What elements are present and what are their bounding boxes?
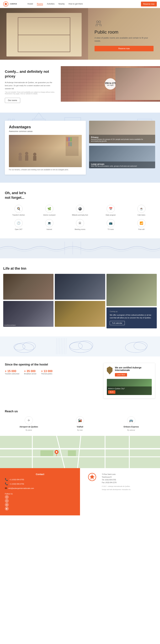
stat-parties-number: + 13 000 [41, 370, 53, 373]
life-image-1 [3, 274, 54, 300]
amenity-billiards: 🎱 Billiards and baby-foot [66, 205, 94, 216]
nav-cta-button[interactable]: Reserve now [141, 2, 157, 6]
full-calendar-button[interactable]: Full calendar [110, 321, 125, 325]
twitter-button[interactable]: t [5, 499, 9, 503]
footer-contact: Contact 📞 +1 (418) 694-0755 📞 +1 (418) 6… [0, 468, 80, 516]
svg-marker-9 [34, 113, 44, 119]
facebook-button[interactable]: f [5, 495, 9, 499]
large-groups-label: Large groups With 296 accommodation unit… [89, 162, 155, 168]
reach-airport-sub: By plane [26, 429, 32, 431]
internet-icon: 💻 [45, 219, 53, 227]
footer-phone1: +1 (418) 694-0755 [9, 478, 24, 480]
common-area-image [9, 135, 82, 167]
youtube-button[interactable]: ▶ [5, 507, 9, 510]
linkedin-button[interactable]: in [5, 503, 9, 507]
amenity-daily-program: 📅 Daily program [97, 205, 124, 216]
svg-rect-52 [40, 450, 53, 456]
svg-rect-53 [68, 450, 76, 456]
svg-point-31 [14, 344, 25, 350]
wavy-divider [0, 238, 160, 258]
stat-breakfasts: + 35 000 Breakfast served [24, 370, 36, 375]
footer-info-area: 74 Rue Saint-Louis Townhouse B Tél: (418… [80, 468, 160, 516]
svg-rect-14 [19, 156, 22, 161]
public-room-icon [95, 20, 103, 28]
nav-how[interactable]: How to get there [69, 3, 83, 5]
svg-point-29 [15, 343, 34, 352]
svg-rect-21 [68, 137, 70, 141]
advantages-side-cards: Privacy Assured privacy for groups of 10… [89, 121, 155, 174]
svg-rect-24 [68, 142, 70, 146]
amenity-meeting-rooms: 🏛 Meeting rooms [66, 219, 94, 230]
reach-section: Reach us ✈ Aéroport de Québec By plane 🚂… [0, 405, 160, 436]
privacy-label: Privacy Assured privacy for groups of 10… [89, 135, 155, 143]
cafe-icon: ☕ [137, 205, 145, 213]
phone2-icon: 📞 [5, 482, 8, 486]
our-rooms-button[interactable]: Our rooms [5, 98, 20, 103]
life-image-person [106, 274, 157, 306]
life-col-1: snackbarsaintjean [3, 274, 54, 328]
footer-phone1-item: 📞 +1 (418) 694-0755 [5, 478, 75, 481]
amenity-cafe: ☕ Cafe bistro [128, 205, 155, 216]
amenity-label-5: Open 24/7 [15, 228, 23, 230]
svg-point-17 [33, 153, 36, 156]
stat-parties-label: Themed parties [41, 373, 53, 375]
reach-title: Reach us [5, 410, 155, 413]
hero-content: Public room A slew of public rooms are a… [88, 8, 160, 60]
footer-copyright: © 2017 - Auberge Internationale de Québe… [102, 486, 153, 487]
footer-address: 74 Rue Saint-Louis Townhouse B Tél: (418… [99, 473, 155, 510]
svg-point-34 [70, 342, 82, 350]
nav-hostel[interactable]: Hostel [28, 3, 33, 5]
nav-activities[interactable]: Activities [47, 3, 55, 5]
reach-train-name: ViaRail [77, 426, 83, 428]
svg-rect-25 [70, 142, 72, 146]
amenity-open-24-7: 🕐 Open 24/7 [5, 219, 32, 230]
hero-cta-button[interactable]: Reserve now [95, 46, 154, 51]
map-visual [0, 436, 160, 468]
stats-content: Since the opening of the hostel + 15 000… [5, 363, 100, 398]
hero-title: Public room [95, 30, 154, 35]
svg-rect-22 [70, 137, 72, 141]
footer-logo-area [85, 473, 99, 510]
learn-more-button[interactable]: Learn More [115, 373, 127, 376]
meeting-rooms-icon: 🏛 [76, 219, 84, 227]
logo[interactable]: AUBERGE [3, 2, 24, 6]
svg-rect-16 [25, 155, 28, 161]
nav-nearby[interactable]: Nearby [58, 3, 65, 5]
logo-text: AUBERGE [10, 3, 17, 5]
map-section[interactable] [0, 436, 160, 468]
advantages-caption: For our tenants, a theatre and meeting r… [9, 169, 82, 170]
svg-point-35 [125, 342, 146, 352]
amenity-label-9: Free wifi [138, 228, 144, 230]
svg-line-40 [61, 338, 61, 354]
advantages-title: Advantages [9, 125, 82, 129]
reach-plane: ✈ Aéroport de Québec By plane [5, 416, 53, 431]
cloud-decoration [0, 338, 160, 354]
svg-line-37 [56, 338, 57, 354]
plane-icon: ✈ [25, 416, 33, 424]
life-image-4 [55, 301, 105, 327]
life-col-3: Coming up We offer a program of free cul… [106, 274, 157, 328]
stat-travelers-label: Travelers welcomed [5, 373, 19, 375]
footer-email-item: ✉ info@aubergeinternationale.com [5, 487, 75, 490]
navbar: AUBERGE Hostel Rooms Activities Nearby H… [0, 0, 160, 8]
svg-line-43 [66, 338, 66, 354]
cloud-divider [0, 336, 160, 356]
amenity-label-1: Interior courtyard [43, 214, 55, 216]
wifi-icon: 📶 [137, 219, 145, 227]
coming-up-label: Coming up [110, 310, 153, 312]
advantages-content: Advantages Awesome common areas [5, 121, 155, 174]
amenity-label-8: TV room [108, 228, 114, 230]
airbnb-button[interactable]: fly hi [108, 390, 115, 394]
bunk-room-image [115, 68, 160, 100]
courtyard-icon: 🌿 [45, 205, 53, 213]
stats-title: Since the opening of the hostel [5, 363, 100, 366]
airbnb-label: Airbnb in Québec City? fly hi [107, 386, 152, 395]
nav-rooms[interactable]: Rooms [37, 3, 43, 5]
social-label: Follow Us [5, 493, 13, 495]
amenity-travelers-kitchen: 🍳 Traveler's kitchen [5, 205, 32, 216]
email-icon: ✉ [5, 487, 7, 490]
footer-social-area: Follow Us f t in ▶ [5, 492, 75, 510]
coming-up-card: Coming up We offer a program of free cul… [106, 308, 157, 328]
advantages-section: Advantages Awesome common areas [0, 113, 160, 183]
life-image-3: snackbarsaintjean [3, 301, 54, 327]
